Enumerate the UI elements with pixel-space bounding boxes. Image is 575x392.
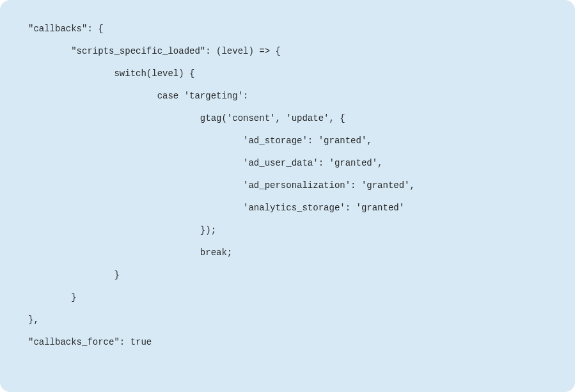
code-line: 'ad_personalization': 'granted', xyxy=(28,175,547,197)
code-line: 'ad_storage': 'granted', xyxy=(28,130,547,152)
code-line: gtag('consent', 'update', { xyxy=(28,107,547,130)
code-line: 'ad_user_data': 'granted', xyxy=(28,152,547,175)
code-line: } xyxy=(28,286,547,309)
code-line: "callbacks_force": true xyxy=(28,331,547,354)
code-line: switch(level) { xyxy=(28,63,547,85)
code-line: }); xyxy=(28,219,547,242)
code-line: } xyxy=(28,264,547,286)
code-line: "callbacks": { xyxy=(28,18,547,40)
code-line: break; xyxy=(28,242,547,264)
code-line: 'analytics_storage': 'granted' xyxy=(28,197,547,219)
code-block: "callbacks": { "scripts_specific_loaded"… xyxy=(0,0,575,392)
code-line: }, xyxy=(28,309,547,331)
code-line: case 'targeting': xyxy=(28,85,547,107)
code-line: "scripts_specific_loaded": (level) => { xyxy=(28,40,547,63)
